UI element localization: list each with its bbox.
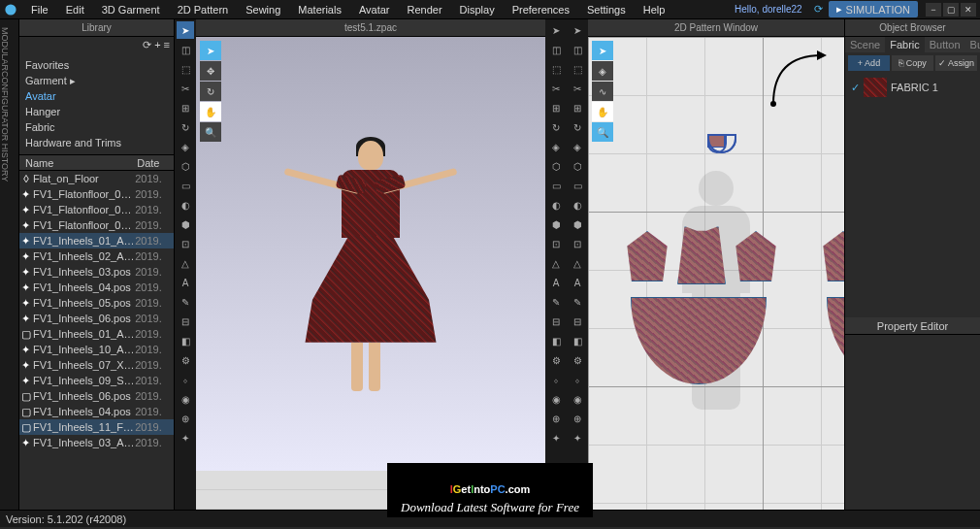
tool-button-icon[interactable]: △: [569, 254, 586, 272]
tool-button-icon[interactable]: ✎: [177, 293, 194, 311]
tool-button-icon[interactable]: △: [547, 254, 565, 272]
tool-button-icon[interactable]: ⊟: [547, 313, 565, 330]
pattern-sleeve[interactable]: [625, 231, 670, 281]
tool-button-icon[interactable]: ✂: [569, 80, 586, 97]
library-file-row[interactable]: ▢FV1_Inheels_11_FrontArmRaise.pos2019.: [19, 419, 174, 435]
tool-button-icon[interactable]: ↻: [569, 118, 586, 136]
avatar-model[interactable]: [298, 137, 443, 391]
tool-button-icon[interactable]: ⊕: [177, 410, 194, 427]
tool-button-icon[interactable]: ◧: [569, 332, 586, 349]
library-file-row[interactable]: ✦FV1_Inheels_03.pos2019.: [19, 264, 174, 280]
fabric-list-item[interactable]: ✓ FABRIC 1: [845, 74, 980, 101]
tab-scene[interactable]: Scene: [845, 37, 885, 52]
simulation-button[interactable]: ▸ SIMULATION: [829, 1, 918, 17]
menu-settings[interactable]: Settings: [579, 2, 634, 17]
lib-cat-hanger[interactable]: Hanger: [25, 104, 168, 119]
assign-button[interactable]: ✓ Assign: [935, 55, 977, 71]
tool-button-icon[interactable]: ⊞: [177, 99, 194, 116]
tool-button-icon[interactable]: ⬚: [177, 60, 194, 78]
tool-button-icon[interactable]: ⚙: [177, 351, 194, 369]
tool-button-icon[interactable]: ➤: [547, 21, 565, 39]
tool-button-icon[interactable]: ◫: [547, 41, 565, 58]
menu-display[interactable]: Display: [452, 2, 503, 17]
tool-button-icon[interactable]: ◧: [177, 332, 194, 349]
tool-button-icon[interactable]: ⊟: [177, 313, 194, 330]
tool-button-icon[interactable]: ◧: [547, 332, 565, 349]
pattern-bodice-front[interactable]: [677, 226, 726, 284]
menu-materials[interactable]: Materials: [290, 2, 349, 17]
tool-button-icon[interactable]: ◫: [177, 41, 194, 58]
tool-button-icon[interactable]: ⊕: [547, 410, 565, 427]
menu-icon[interactable]: ≡: [164, 39, 170, 51]
tool-button-icon[interactable]: ⊡: [569, 235, 586, 252]
tool-button-icon[interactable]: ⬚: [569, 60, 586, 78]
tab-button[interactable]: Button: [925, 37, 965, 52]
tool-button-icon[interactable]: ◫: [569, 41, 586, 58]
tool-button-icon[interactable]: ↻: [177, 118, 194, 136]
menu-help[interactable]: Help: [636, 2, 673, 17]
pattern-skirt-back[interactable]: [827, 297, 844, 384]
menu-edit[interactable]: Edit: [58, 2, 92, 17]
tool-button-icon[interactable]: ◈: [569, 138, 586, 155]
tool-button-icon[interactable]: ⬨: [177, 371, 194, 388]
tool-button-icon[interactable]: ⊡: [547, 235, 565, 252]
library-file-row[interactable]: ▢FV1_Inheels_06.pos2019.: [19, 388, 174, 404]
tool-button-icon[interactable]: ⊞: [569, 99, 586, 116]
tool-button-icon[interactable]: ▭: [177, 177, 194, 194]
tool-button-icon[interactable]: ⊕: [569, 410, 586, 427]
pattern-sleeve[interactable]: [821, 231, 844, 281]
menu-2d-pattern[interactable]: 2D Pattern: [170, 2, 237, 17]
sync-icon[interactable]: ⟳: [814, 3, 823, 16]
tool-button-icon[interactable]: ⚙: [569, 351, 586, 369]
tool-button-icon[interactable]: ◐: [569, 196, 586, 214]
lib-cat-garment[interactable]: Garment ▸: [25, 73, 168, 88]
library-file-row[interactable]: ✦FV1_Inheels_09_Sitting.pos2019.: [19, 373, 174, 388]
library-file-row[interactable]: ✦FV1_Flatonfloor_03_Attention.pos2019.: [19, 217, 174, 233]
lib-cat-avatar[interactable]: Avatar: [25, 88, 168, 104]
tool-button-icon[interactable]: ⬢: [569, 215, 586, 233]
library-file-row[interactable]: ✦FV1_Inheels_06.pos2019.: [19, 311, 174, 326]
tab-buttonhole[interactable]: Buttonhole: [965, 37, 980, 52]
tool-button-icon[interactable]: ✂: [547, 80, 565, 97]
add-button[interactable]: + Add: [848, 55, 890, 71]
viewport-2d-canvas[interactable]: ➤ ◈ ∿ ✋ 🔍: [588, 37, 844, 510]
tool-button-icon[interactable]: ⊞: [547, 99, 565, 116]
tool-button-icon[interactable]: ⬢: [547, 215, 565, 233]
library-file-row[interactable]: ▢FV1_Inheels_04.pos2019.: [19, 404, 174, 419]
tool-button-icon[interactable]: ◐: [177, 196, 194, 214]
menu-sewing[interactable]: Sewing: [238, 2, 288, 17]
tool-button-icon[interactable]: ⚙: [547, 351, 565, 369]
col-name[interactable]: Name: [19, 155, 135, 170]
window-min-icon[interactable]: −: [926, 3, 941, 17]
library-file-row[interactable]: ▢FV1_Inheels_01_A.pos2019.: [19, 326, 174, 342]
tool-button-icon[interactable]: ◉: [569, 390, 586, 408]
tool-button-icon[interactable]: ⬡: [547, 157, 565, 175]
library-file-row[interactable]: ✦FV1_Inheels_03_Attention.pos2019.: [19, 435, 174, 450]
tab-fabric[interactable]: Fabric: [885, 37, 925, 52]
tool-move-icon[interactable]: ✥: [200, 61, 221, 81]
left-rail[interactable]: MODULARCONFIGURATOR HISTORY: [0, 19, 19, 510]
copy-button[interactable]: ⎘ Copy: [892, 55, 933, 71]
window-close-icon[interactable]: ✕: [961, 3, 976, 17]
library-file-row[interactable]: ✦FV1_Flatonfloor_01_A.pos2019.: [19, 186, 174, 202]
tool-button-icon[interactable]: A: [547, 274, 565, 291]
tool-pan-icon[interactable]: ✋: [200, 102, 221, 121]
tool-button-icon[interactable]: ➤: [569, 21, 586, 39]
tool-button-icon[interactable]: ⊡: [177, 235, 194, 252]
tool-button-icon[interactable]: ⬢: [177, 215, 194, 233]
viewport-3d-canvas[interactable]: ➤ ✥ ↻ ✋ 🔍: [196, 37, 545, 510]
tool-button-icon[interactable]: A: [177, 274, 194, 291]
tool-button-icon[interactable]: ⬚: [547, 60, 565, 78]
tool-button-icon[interactable]: A: [569, 274, 586, 291]
tool-button-icon[interactable]: ⬡: [569, 157, 586, 175]
tool-button-icon[interactable]: ◐: [547, 196, 565, 214]
library-file-row[interactable]: ✦FV1_Flatonfloor_02_Aforsize.pos2019.: [19, 202, 174, 217]
tool-button-icon[interactable]: ◉: [547, 390, 565, 408]
tool-button-icon[interactable]: ✂: [177, 80, 194, 97]
tool-zoom-icon[interactable]: 🔍: [200, 122, 221, 142]
library-file-row[interactable]: ✦FV1_Inheels_02_Attention.pos2019.: [19, 248, 174, 264]
tool-button-icon[interactable]: ✦: [547, 429, 565, 446]
menu-render[interactable]: Render: [400, 2, 450, 17]
add-icon[interactable]: +: [154, 39, 160, 51]
menu-preferences[interactable]: Preferences: [505, 2, 577, 17]
